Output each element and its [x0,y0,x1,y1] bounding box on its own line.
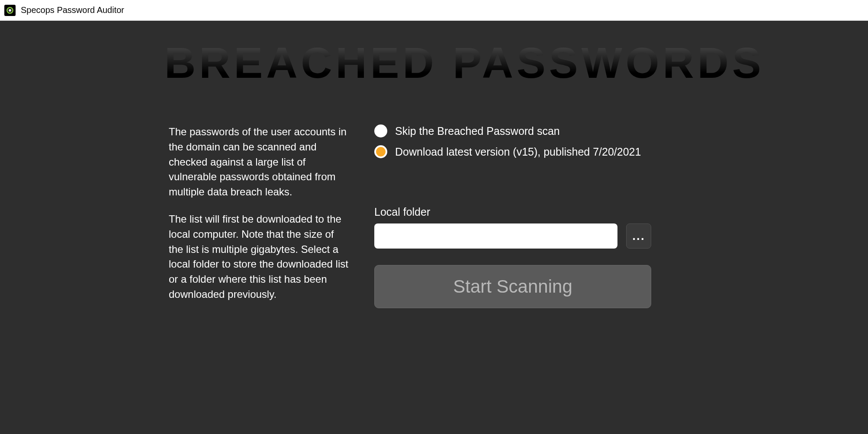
main-content: BREACHED PASSWORDS The passwords of the … [0,21,868,434]
page-heading: BREACHED PASSWORDS [164,38,781,88]
browse-button[interactable]: ... [626,223,651,249]
folder-row: ... [374,223,651,249]
description-paragraph-1: The passwords of the user accounts in th… [169,124,350,200]
local-folder-input[interactable] [374,223,617,249]
options-column: Skip the Breached Password scan Download… [374,124,651,314]
folder-label: Local folder [374,206,651,218]
radio-option-download[interactable]: Download latest version (v15), published… [374,145,651,158]
radio-icon-selected [374,145,387,158]
description-paragraph-2: The list will first be downloaded to the… [169,212,350,302]
radio-icon [374,124,387,137]
app-icon [4,5,16,16]
ellipsis-icon: ... [632,229,645,243]
radio-label-skip: Skip the Breached Password scan [395,125,560,137]
start-scanning-button[interactable]: Start Scanning [374,265,651,308]
titlebar: Specops Password Auditor [0,0,868,21]
radio-group: Skip the Breached Password scan Download… [374,124,651,158]
window-title: Specops Password Auditor [21,5,124,15]
description-column: The passwords of the user accounts in th… [169,124,350,314]
radio-option-skip[interactable]: Skip the Breached Password scan [374,124,651,137]
radio-label-download: Download latest version (v15), published… [395,146,641,158]
content-wrapper: The passwords of the user accounts in th… [169,124,825,314]
